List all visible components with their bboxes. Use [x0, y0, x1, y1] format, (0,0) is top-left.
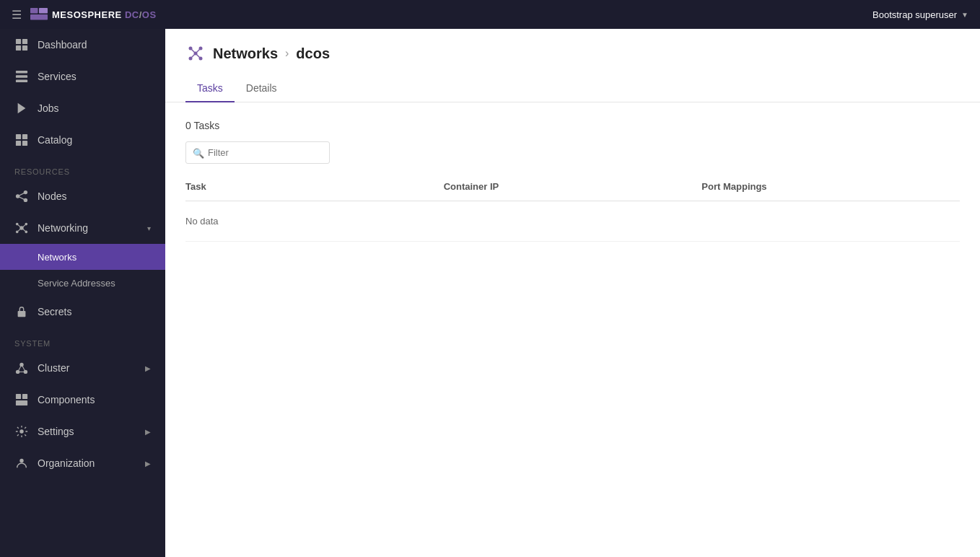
tasks-table: Task Container IP Port Mappings No data: [185, 178, 960, 242]
settings-chevron-icon: ▶: [145, 428, 151, 436]
table-header: Task Container IP Port Mappings: [185, 178, 960, 201]
sidebar-item-label-networking: Networking: [38, 222, 139, 234]
tab-details[interactable]: Details: [235, 75, 289, 102]
svg-line-28: [22, 228, 26, 232]
sidebar-item-label-cluster: Cluster: [38, 362, 136, 374]
sidebar-item-settings[interactable]: Settings ▶: [0, 416, 165, 447]
svg-line-27: [17, 228, 22, 232]
sidebar-item-label-jobs: Jobs: [38, 102, 151, 114]
sidebar-item-label-components: Components: [38, 394, 151, 405]
filter-wrapper: 🔍: [185, 141, 330, 164]
topbar-left: ☰ MESOSPHERE DC/OS: [12, 8, 157, 22]
sidebar-item-cluster[interactable]: Cluster ▶: [0, 352, 165, 384]
svg-rect-38: [16, 400, 27, 405]
content-area: Networks › dcos Tasks Details 0 Tasks 🔍 …: [165, 29, 980, 557]
logo-text: MESOSPHERE DC/OS: [52, 9, 157, 20]
sidebar-item-components[interactable]: Components: [0, 384, 165, 416]
svg-rect-9: [16, 80, 27, 83]
sidebar-item-catalog[interactable]: Catalog: [0, 124, 165, 156]
svg-line-34: [22, 365, 25, 372]
svg-rect-29: [18, 311, 26, 317]
sidebar-sub-item-label-networks: Networks: [38, 252, 76, 263]
sidebar-item-networking[interactable]: Networking ▾: [0, 212, 165, 244]
svg-rect-14: [22, 141, 27, 146]
svg-line-48: [191, 53, 196, 58]
breadcrumb-parent[interactable]: Networks: [213, 45, 278, 62]
breadcrumb: Networks › dcos: [185, 43, 960, 63]
content-body: 0 Tasks 🔍 Task Container IP Port Mapping…: [165, 102, 980, 557]
content-header: Networks › dcos Tasks Details: [165, 29, 980, 102]
logo: MESOSPHERE DC/OS: [30, 8, 157, 21]
svg-rect-4: [22, 39, 27, 44]
secrets-icon: [14, 304, 29, 319]
svg-rect-1: [39, 8, 48, 14]
svg-line-46: [191, 48, 196, 53]
svg-rect-37: [22, 394, 27, 399]
svg-rect-5: [16, 45, 21, 51]
svg-line-26: [22, 224, 26, 228]
svg-point-15: [16, 194, 19, 198]
svg-rect-12: [22, 134, 27, 139]
system-section-label: System: [0, 328, 165, 352]
resources-section-label: Resources: [0, 156, 165, 180]
dashboard-icon: [14, 38, 29, 52]
svg-rect-2: [30, 14, 48, 20]
breadcrumb-separator: ›: [285, 47, 289, 60]
components-icon: [14, 392, 29, 407]
svg-rect-3: [16, 39, 21, 44]
svg-line-49: [196, 53, 201, 58]
sidebar-item-label-catalog: Catalog: [38, 134, 151, 146]
sidebar-sub-item-service-addresses[interactable]: Service Addresses: [0, 270, 165, 296]
svg-line-19: [18, 196, 26, 200]
sidebar-item-jobs[interactable]: Jobs: [0, 92, 165, 124]
svg-rect-13: [16, 141, 21, 146]
svg-point-17: [24, 198, 27, 202]
table-header-task: Task: [185, 178, 444, 195]
tabs: Tasks Details: [185, 75, 960, 102]
svg-line-33: [18, 365, 22, 372]
topbar: ☰ MESOSPHERE DC/OS Bootstrap superuser ▼: [0, 0, 980, 29]
services-icon: [14, 69, 29, 84]
tasks-count: 0 Tasks: [185, 120, 960, 131]
networks-breadcrumb-icon: [185, 43, 206, 63]
svg-marker-10: [18, 103, 26, 113]
filter-input[interactable]: [185, 141, 330, 164]
svg-rect-0: [30, 8, 38, 14]
sidebar-item-organization[interactable]: Organization ▶: [0, 447, 165, 479]
cluster-icon: [14, 361, 29, 375]
catalog-icon: [14, 133, 29, 147]
networking-chevron-icon: ▾: [147, 224, 151, 232]
table-header-port-mappings: Port Mappings: [701, 178, 960, 195]
sidebar-item-secrets[interactable]: Secrets: [0, 296, 165, 328]
topbar-user[interactable]: Bootstrap superuser ▼: [872, 9, 968, 20]
sidebar-item-label-services: Services: [38, 71, 151, 82]
svg-line-25: [17, 224, 22, 228]
no-data-text: No data: [185, 209, 444, 234]
table-header-container-ip: Container IP: [444, 178, 702, 195]
svg-rect-6: [22, 45, 27, 51]
sidebar-sub-item-label-service-addresses: Service Addresses: [38, 278, 115, 289]
svg-rect-11: [16, 134, 21, 139]
sidebar-item-nodes[interactable]: Nodes: [0, 180, 165, 212]
tab-tasks[interactable]: Tasks: [185, 75, 235, 102]
sidebar-item-label-organization: Organization: [38, 457, 136, 469]
nodes-icon: [14, 189, 29, 203]
svg-line-18: [18, 193, 26, 196]
hamburger-menu-icon[interactable]: ☰: [12, 8, 22, 22]
svg-point-39: [19, 429, 23, 433]
table-row-no-data: No data: [185, 201, 960, 242]
organization-chevron-icon: ▶: [145, 460, 151, 468]
networking-icon: [14, 221, 29, 235]
sidebar-item-label-nodes: Nodes: [38, 190, 151, 202]
sidebar-item-services[interactable]: Services: [0, 61, 165, 92]
user-label: Bootstrap superuser: [872, 9, 957, 20]
sidebar-sub-item-networks[interactable]: Networks: [0, 244, 165, 270]
svg-line-47: [196, 48, 201, 53]
svg-rect-8: [16, 75, 27, 78]
svg-point-16: [24, 190, 27, 194]
sidebar-item-label-secrets: Secrets: [38, 306, 151, 317]
svg-point-40: [19, 459, 23, 462]
main-layout: Dashboard Services Jobs Catalog Resource…: [0, 29, 980, 557]
sidebar: Dashboard Services Jobs Catalog Resource…: [0, 29, 165, 557]
sidebar-item-dashboard[interactable]: Dashboard: [0, 29, 165, 61]
